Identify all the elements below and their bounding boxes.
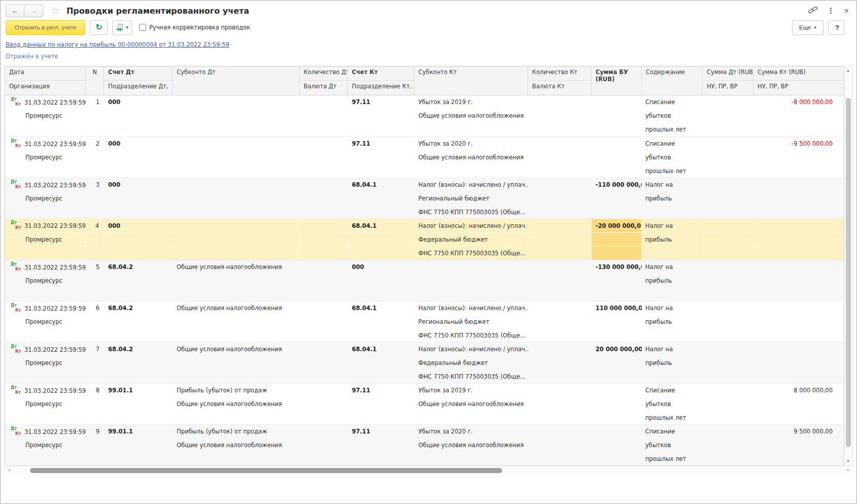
cell-account-dt[interactable]: 99.01.1: [104, 425, 173, 465]
horizontal-scrollbar-thumb[interactable]: [30, 468, 502, 473]
cell-account-dt[interactable]: 99.01.1: [104, 384, 173, 424]
cell-subconto-dt[interactable]: [173, 95, 300, 137]
cell-qty-dt[interactable]: [300, 425, 348, 465]
scroll-left-arrow-icon[interactable]: ◄: [6, 466, 13, 474]
cell-sum-dt[interactable]: [703, 301, 753, 342]
cell-date[interactable]: ДтКт31.03.2022 23:59:59Промресурс: [5, 137, 86, 178]
cell-content[interactable]: Налог на прибыль: [642, 178, 703, 219]
cell-n[interactable]: 1: [86, 95, 104, 137]
cell-content[interactable]: Налог на прибыль: [642, 343, 703, 383]
cell-content[interactable]: Списание убытков прошлых лет: [642, 95, 703, 137]
cell-content[interactable]: Списание убытков прошлых лет: [642, 137, 703, 178]
cell-sum-bu[interactable]: -20 000 000,00: [591, 219, 642, 260]
cell-sum-bu[interactable]: [591, 384, 642, 424]
cell-qty-kt[interactable]: [528, 384, 591, 424]
posting-row[interactable]: ДтКт31.03.2022 23:59:59Промресурс768.04.…: [5, 342, 844, 383]
cell-date[interactable]: ДтКт31.03.2022 23:59:59Промресурс: [5, 219, 86, 260]
cell-qty-kt[interactable]: [528, 260, 591, 301]
cell-subconto-kt[interactable]: Налог (взносы): начислено / уплач...Реги…: [414, 301, 528, 342]
cell-subconto-kt[interactable]: Убыток за 2020 г.Общие условия налогообл…: [414, 425, 528, 465]
cell-n[interactable]: 6: [86, 301, 104, 342]
manual-adjustment-checkbox[interactable]: Ручная корректировка проводок: [139, 24, 250, 31]
posting-row[interactable]: ДтКт31.03.2022 23:59:59Промресурс899.01.…: [5, 383, 844, 424]
cell-qty-kt[interactable]: [528, 137, 591, 178]
cell-subconto-dt[interactable]: Общие условия налогообложения: [173, 343, 300, 383]
scroll-down-arrow-icon[interactable]: ▼: [844, 458, 852, 465]
cell-subconto-kt[interactable]: Убыток за 2019 г.Общие условия налогообл…: [414, 384, 528, 424]
cell-sum-bu[interactable]: 110 000 000,00: [591, 301, 642, 342]
vertical-scrollbar-thumb[interactable]: [846, 98, 851, 447]
cell-subconto-dt[interactable]: [173, 219, 300, 260]
cell-account-dt[interactable]: 000: [104, 95, 173, 137]
cell-account-kt[interactable]: 97.11: [348, 95, 414, 137]
cell-sum-kt[interactable]: [753, 301, 844, 342]
cell-sum-kt[interactable]: 8 000 000,00: [753, 384, 844, 424]
cell-sum-kt[interactable]: -8 000 000,00: [753, 95, 844, 137]
cell-sum-kt[interactable]: [753, 260, 844, 301]
cell-n[interactable]: 9: [86, 425, 104, 465]
cell-account-dt[interactable]: 000: [104, 178, 173, 219]
cell-account-kt[interactable]: 68.04.1: [348, 343, 414, 383]
cell-qty-kt[interactable]: [528, 95, 591, 137]
cell-qty-dt[interactable]: [300, 219, 348, 260]
cell-n[interactable]: 8: [86, 384, 104, 424]
cell-subconto-kt[interactable]: Налог (взносы): начислено / уплач...Феде…: [414, 343, 528, 383]
cell-content[interactable]: Списание убытков прошлых лет: [642, 425, 703, 465]
cell-date[interactable]: ДтКт31.03.2022 23:59:59Промресурс: [5, 343, 86, 383]
cell-date[interactable]: ДтКт31.03.2022 23:59:59Промресурс: [5, 425, 86, 465]
more-menu-icon[interactable]: ⋮: [827, 7, 835, 15]
cell-account-dt[interactable]: 000: [104, 219, 173, 260]
cell-sum-kt[interactable]: -9 500 000,00: [753, 137, 844, 178]
cell-date[interactable]: ДтКт31.03.2022 23:59:59Промресурс: [5, 384, 86, 424]
col-header-qty-kt[interactable]: Количество Кт: [528, 66, 591, 81]
cell-qty-dt[interactable]: [300, 343, 348, 383]
reflect-in-accounting-button[interactable]: Отразить в регл. учете: [6, 20, 85, 35]
cell-sum-bu[interactable]: 20 000 000,00: [591, 343, 642, 383]
refresh-button[interactable]: ↻: [90, 20, 108, 35]
col-header-org[interactable]: Организация: [5, 81, 86, 95]
col-header-n[interactable]: N: [86, 66, 104, 95]
col-header-date[interactable]: Дата: [5, 66, 86, 81]
cell-sum-kt[interactable]: [753, 343, 844, 383]
posting-row[interactable]: ДтКт31.03.2022 23:59:59Промресурс668.04.…: [5, 301, 844, 342]
more-button[interactable]: Еще ▾: [792, 20, 823, 35]
posting-row[interactable]: ДтКт31.03.2022 23:59:59Промресурс300068.…: [5, 178, 844, 219]
back-button[interactable]: ←: [6, 5, 24, 17]
help-button[interactable]: ?: [828, 20, 844, 35]
cell-n[interactable]: 5: [86, 260, 104, 301]
cell-sum-dt[interactable]: [703, 137, 753, 178]
cell-content[interactable]: Списание убытков прошлых лет: [642, 384, 703, 424]
cell-account-dt[interactable]: 68.04.2: [104, 260, 173, 301]
forward-button[interactable]: →: [24, 5, 43, 17]
cell-sum-dt[interactable]: [703, 95, 753, 137]
cell-sum-kt[interactable]: 9 500 000,00: [753, 425, 844, 465]
close-icon[interactable]: ✕: [844, 8, 849, 14]
cell-content[interactable]: Налог на прибыль: [642, 260, 703, 301]
cell-content[interactable]: Налог на прибыль: [642, 301, 703, 342]
col-header-subdivision-dt[interactable]: Подразделение Дт,: [104, 81, 173, 95]
cell-account-dt[interactable]: 000: [104, 137, 173, 178]
col-header-currency-kt[interactable]: Валюта Кт: [528, 81, 591, 95]
cell-subconto-dt[interactable]: Прибыль (убыток) от продажОбщие условия …: [173, 425, 300, 465]
cell-account-kt[interactable]: 97.11: [348, 384, 414, 424]
cell-n[interactable]: 7: [86, 343, 104, 383]
col-header-qty-dt[interactable]: Количество Дт: [300, 66, 348, 81]
cell-account-dt[interactable]: 68.04.2: [104, 343, 173, 383]
cell-date[interactable]: ДтКт31.03.2022 23:59:59Промресурс: [5, 95, 86, 137]
cell-qty-kt[interactable]: [528, 425, 591, 465]
source-document-link[interactable]: Ввод данных по налогу на прибыль 00-0000…: [6, 41, 229, 48]
col-header-subdivision-kt[interactable]: Подразделение Кт,: [348, 81, 414, 95]
cell-account-kt[interactable]: 97.11: [348, 137, 414, 178]
favorite-star-icon[interactable]: ☆: [51, 6, 60, 16]
cell-account-kt[interactable]: 68.04.1: [348, 178, 414, 219]
vertical-scrollbar[interactable]: ▲ ▼: [844, 66, 853, 466]
cell-subconto-kt[interactable]: Убыток за 2020 г.Общие условия налогообл…: [414, 137, 528, 178]
posting-row[interactable]: ДтКт31.03.2022 23:59:59Промресурс999.01.…: [5, 424, 844, 465]
cell-sum-bu[interactable]: -130 000 000,00: [591, 260, 642, 301]
cell-qty-dt[interactable]: [300, 137, 348, 178]
cell-date[interactable]: ДтКт31.03.2022 23:59:59Промресурс: [5, 178, 86, 219]
cell-sum-bu[interactable]: -110 000 000,00: [591, 178, 642, 219]
cell-date[interactable]: ДтКт31.03.2022 23:59:59Промресурс: [5, 260, 86, 301]
scroll-right-arrow-icon[interactable]: ►: [845, 466, 852, 474]
cell-subconto-kt[interactable]: [414, 260, 528, 301]
